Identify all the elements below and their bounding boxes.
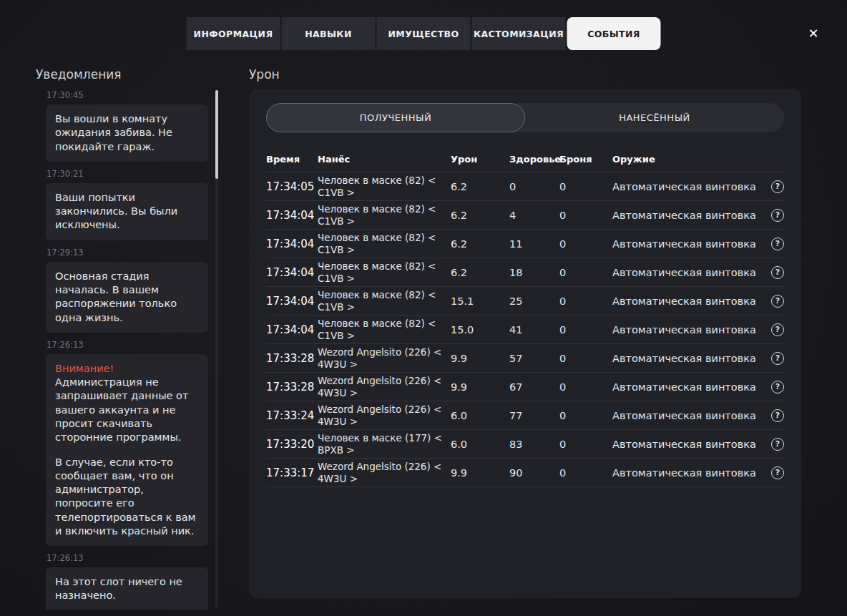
cell-health: 4 (509, 210, 559, 221)
cell-time: 17:33:17 (266, 466, 318, 479)
cell-attacker: Человек в маске (82) < C1VB > (318, 318, 451, 342)
notification-text: На этот слот ничего не назначено. (55, 575, 199, 603)
main-tab-label: НАВЫКИ (305, 29, 352, 39)
help-icon[interactable]: ? (771, 352, 784, 365)
cell-attacker: Wezord Angelsito (226) < 4W3U > (318, 346, 451, 371)
column-header-health: Здоровье (509, 154, 559, 165)
toggle-received-label: ПОЛУЧЕННЫЙ (360, 112, 432, 123)
cell-armor: 0 (559, 295, 612, 307)
help-icon[interactable]: ? (771, 180, 784, 193)
cell-damage: 6.0 (451, 410, 509, 421)
toggle-dealt[interactable]: НАНЕСЁННЫЙ (525, 103, 784, 132)
damage-toggle: ПОЛУЧЕННЫЙ НАНЕСЁННЫЙ (266, 103, 784, 132)
cell-armor: 0 (559, 267, 612, 278)
cell-damage: 6.0 (451, 439, 509, 450)
cell-attacker: Человек в маске (82) < C1VB > (318, 260, 451, 285)
main-tab[interactable]: СОБЫТИЯ (567, 17, 661, 50)
damage-table-row: 17:34:05 Человек в маске (82) < C1VB > 6… (266, 172, 784, 201)
notification-text: В случае, если кто-то сообщает вам, что … (55, 456, 199, 539)
help-icon[interactable]: ? (771, 295, 784, 308)
notifications-scrollbar-thumb[interactable] (215, 90, 218, 179)
help-icon[interactable]: ? (771, 381, 784, 393)
column-header-damage: Урон (451, 154, 509, 165)
notification-card: Вы вошли в комнату ожидания забива. Не п… (46, 104, 208, 162)
cell-time: 17:34:04 (266, 209, 318, 222)
notification-card: Ваши попытки закончились. Вы были исключ… (46, 183, 208, 240)
help-icon[interactable]: ? (771, 409, 784, 422)
notification-item: 17:30:45 Вы вошли в комнату ожидания заб… (46, 90, 208, 162)
damage-table-row: 17:34:04 Человек в маске (82) < C1VB > 6… (266, 258, 784, 287)
cell-damage: 6.2 (451, 210, 509, 221)
cell-armor: 0 (559, 210, 612, 221)
cell-health: 83 (509, 439, 559, 450)
help-icon[interactable]: ? (771, 238, 784, 250)
damage-table-row: 17:33:17 Wezord Angelsito (226) < 4W3U >… (266, 459, 784, 487)
cell-armor: 0 (559, 410, 612, 421)
help-icon[interactable]: ? (771, 209, 784, 222)
main-tab[interactable]: КАСТОМИЗАЦИЯ (472, 17, 566, 50)
notification-item: 17:30:21 Ваши попытки закончились. Вы бы… (46, 169, 208, 240)
notification-text: Внимание! Администрация не запрашивает д… (55, 362, 199, 445)
notification-timestamp: 17:29:13 (46, 248, 208, 258)
cell-attacker: Человек в маске (82) < C1VB > (318, 175, 451, 199)
cell-armor: 0 (559, 467, 612, 479)
cell-damage: 15.0 (451, 324, 509, 336)
cell-attacker: Человек в маске (177) < BPXB > (318, 432, 451, 456)
cell-health: 41 (509, 324, 559, 336)
cell-health: 77 (509, 410, 559, 421)
cell-weapon: Автоматическая винтовка (612, 238, 763, 250)
notification-card: На этот слот ничего не назначено. (46, 567, 208, 610)
cell-attacker: Wezord Angelsito (226) < 4W3U > (318, 375, 451, 399)
toggle-received[interactable]: ПОЛУЧЕННЫЙ (266, 103, 525, 132)
column-header-attacker: Нанёс (318, 154, 451, 165)
main-tab[interactable]: ИНФОРМАЦИЯ (187, 17, 280, 50)
cell-weapon: Автоматическая винтовка (612, 181, 763, 192)
main-tab[interactable]: НАВЫКИ (282, 17, 376, 50)
cell-damage: 6.2 (451, 267, 509, 278)
cell-weapon: Автоматическая винтовка (612, 210, 763, 221)
notification-item: 17:26:13 На этот слот ничего не назначен… (46, 553, 208, 610)
damage-panel: ПОЛУЧЕННЫЙ НАНЕСЁННЫЙ Время Нанёс Урон З… (249, 89, 801, 598)
help-icon[interactable]: ? (771, 323, 784, 336)
notification-timestamp: 17:30:45 (46, 90, 208, 100)
notification-timestamp: 17:26:13 (46, 340, 208, 350)
cell-health: 11 (509, 238, 559, 250)
notification-text: Вы вошли в комнату ожидания забива. Не п… (55, 112, 199, 154)
cell-weapon: Автоматическая винтовка (612, 439, 763, 450)
cell-armor: 0 (559, 381, 612, 393)
help-icon[interactable]: ? (771, 438, 784, 451)
cell-damage: 15.1 (451, 295, 509, 307)
main-tab[interactable]: ИМУЩЕСТВО (377, 17, 471, 50)
cell-health: 25 (509, 295, 559, 307)
notifications-panel: Уведомления 17:30:45 Вы вошли в комнату … (36, 67, 218, 616)
column-header-armor: Броня (559, 154, 612, 165)
notification-timestamp: 17:30:21 (46, 169, 208, 179)
main-tab-label: ИМУЩЕСТВО (388, 29, 459, 39)
cell-damage: 9.9 (451, 353, 509, 364)
damage-table-header: Время Нанёс Урон Здоровье Броня Оружие (266, 147, 784, 172)
column-header-time: Время (266, 154, 318, 165)
help-icon[interactable]: ? (771, 466, 784, 479)
cell-weapon: Автоматическая винтовка (612, 295, 763, 307)
main-tab-label: ИНФОРМАЦИЯ (194, 29, 273, 39)
cell-damage: 9.9 (451, 467, 509, 479)
cell-armor: 0 (559, 181, 612, 192)
cell-damage: 9.9 (451, 381, 509, 393)
cell-health: 0 (509, 181, 559, 192)
notification-card: Основная стадия началась. В вашем распор… (46, 262, 208, 333)
help-icon[interactable]: ? (771, 266, 784, 279)
cell-time: 17:34:04 (266, 238, 318, 250)
notification-text: Ваши попытки закончились. Вы были исключ… (55, 191, 199, 233)
close-button[interactable]: ✕ (804, 24, 823, 43)
cell-weapon: Автоматическая винтовка (612, 381, 763, 393)
damage-table-body: 17:34:05 Человек в маске (82) < C1VB > 6… (266, 172, 784, 487)
cell-damage: 6.2 (451, 181, 509, 192)
cell-weapon: Автоматическая винтовка (612, 467, 763, 479)
notification-item: 17:26:13 Внимание! Администрация не запр… (46, 340, 208, 546)
cell-weapon: Автоматическая винтовка (612, 353, 763, 364)
toggle-dealt-label: НАНЕСЁННЫЙ (619, 112, 690, 123)
notification-timestamp: 17:26:13 (46, 553, 208, 563)
cell-health: 90 (509, 467, 559, 479)
cell-health: 57 (509, 353, 559, 364)
cell-damage: 6.2 (451, 238, 509, 250)
